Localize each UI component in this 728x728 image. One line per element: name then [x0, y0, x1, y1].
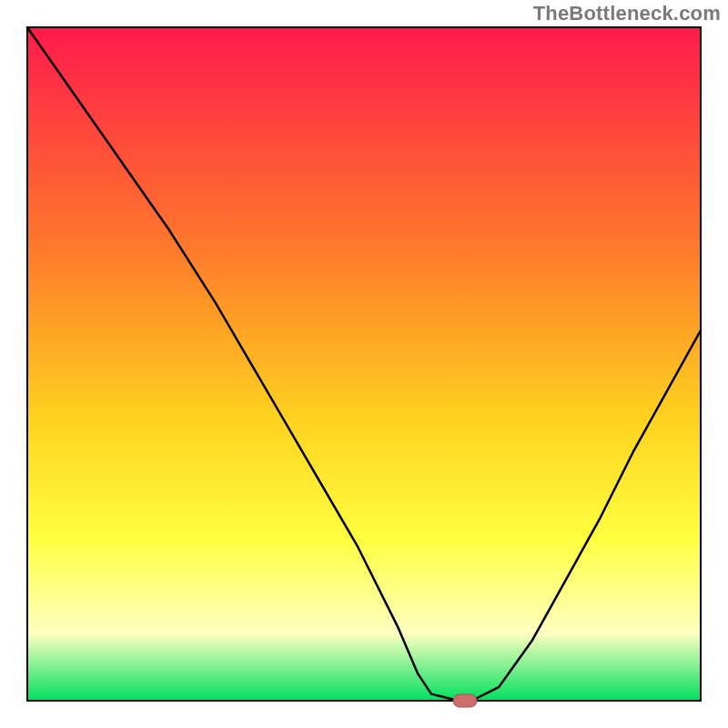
bottleneck-chart	[0, 0, 728, 728]
chart-container: TheBottleneck.com	[0, 0, 728, 728]
optimum-marker	[453, 694, 477, 707]
plot-background	[27, 27, 701, 701]
